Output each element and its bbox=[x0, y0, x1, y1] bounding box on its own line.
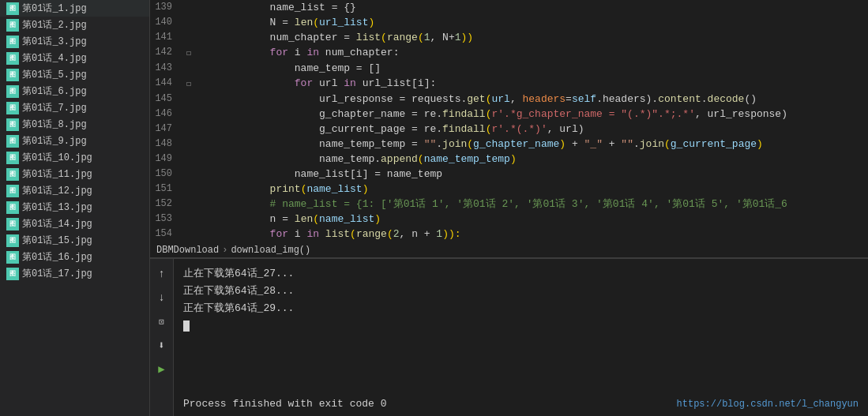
breadcrumb-method: download_img() bbox=[231, 245, 310, 256]
code-content: name_temp.append(name_temp_temp) bbox=[196, 152, 868, 167]
terminal-left-bar: ↑ ↓ ⊡ ⬇ ▶ bbox=[150, 259, 174, 416]
terminal-icon-btn[interactable]: ⊡ bbox=[153, 313, 171, 330]
file-icon: 图 bbox=[6, 201, 19, 214]
file-name: 第01话_14.jpg bbox=[22, 217, 92, 230]
file-icon: 图 bbox=[6, 251, 19, 264]
file-name: 第01话_11.jpg bbox=[22, 167, 92, 181]
terminal-process-line: Process finished with exit code 0 bbox=[183, 398, 386, 410]
breadcrumb-sep: › bbox=[222, 245, 227, 256]
list-item: 正在下载第64话_29... bbox=[183, 300, 859, 317]
line-number: 143 bbox=[150, 61, 182, 76]
table-row: 153 n = len(name_list) bbox=[150, 212, 868, 227]
sidebar-file-item[interactable]: 图第01话_5.jpg bbox=[0, 66, 149, 83]
sidebar-file-item[interactable]: 图第01话_9.jpg bbox=[0, 133, 149, 149]
sidebar-file-item[interactable]: 图第01话_15.jpg bbox=[0, 232, 149, 249]
editor-area: 139 name_list = {} 140 N = len(url_list)… bbox=[150, 0, 868, 416]
sidebar-file-item[interactable]: 图第01话_6.jpg bbox=[0, 83, 149, 99]
file-icon: 图 bbox=[6, 2, 19, 15]
table-row: 151 print(name_list) bbox=[150, 182, 868, 197]
sidebar-file-item[interactable]: 图第01话_7.jpg bbox=[0, 99, 149, 116]
file-icon: 图 bbox=[6, 36, 19, 48]
sidebar-file-item[interactable]: 图第01话_16.jpg bbox=[0, 249, 149, 265]
sidebar-file-item[interactable]: 图第01话_11.jpg bbox=[0, 166, 149, 182]
file-icon: 图 bbox=[6, 85, 19, 98]
line-number: 151 bbox=[150, 182, 182, 197]
run-icon-btn[interactable]: ▶ bbox=[153, 360, 171, 377]
file-name: 第01话_7.jpg bbox=[22, 101, 87, 114]
arrow-up-button[interactable]: ↑ bbox=[153, 265, 171, 283]
terminal-cursor-line bbox=[183, 317, 859, 335]
table-row: 143 name_temp = [] bbox=[150, 61, 868, 76]
line-number: 146 bbox=[150, 107, 182, 122]
sidebar-file-item[interactable]: 图第01话_17.jpg bbox=[0, 265, 149, 282]
file-icon: 图 bbox=[6, 69, 19, 81]
file-icon: 图 bbox=[6, 102, 19, 114]
file-icon: 图 bbox=[6, 168, 19, 181]
sidebar-file-item[interactable]: 图第01话_3.jpg bbox=[0, 33, 149, 50]
file-name: 第01话_8.jpg bbox=[22, 118, 87, 131]
code-editor: 139 name_list = {} 140 N = len(url_list)… bbox=[150, 0, 868, 258]
sidebar-file-item[interactable]: 图第01话_10.jpg bbox=[0, 149, 149, 166]
code-content: for i in list(range(2, n + 1)): bbox=[196, 227, 868, 242]
line-number: 145 bbox=[150, 92, 182, 107]
table-row: 142 ◻ for i in num_chapter: bbox=[150, 45, 868, 61]
file-icon: 图 bbox=[6, 152, 19, 164]
table-row: 149 name_temp.append(name_temp_temp) bbox=[150, 152, 868, 167]
terminal-footer: Process finished with exit code 0 https:… bbox=[174, 395, 868, 416]
file-name: 第01话_2.jpg bbox=[22, 18, 87, 32]
file-name: 第01话_4.jpg bbox=[22, 51, 87, 65]
code-content: num_chapter = list(range(1, N+1)) bbox=[196, 30, 868, 45]
fold-gutter: ◻ bbox=[182, 76, 196, 92]
file-sidebar: 图第01话_1.jpg图第01话_2.jpg图第01话_3.jpg图第01话_4… bbox=[0, 0, 150, 416]
table-row: 139 name_list = {} bbox=[150, 0, 868, 15]
sidebar-file-item[interactable]: 图第01话_12.jpg bbox=[0, 182, 149, 199]
file-name: 第01话_1.jpg bbox=[22, 2, 87, 15]
terminal-cursor bbox=[183, 320, 190, 332]
table-row: 144 ◻ for url in url_list[i]: bbox=[150, 76, 868, 92]
line-number: 152 bbox=[150, 197, 182, 212]
terminal-content: 止在下载第64话_27...正在下载第64话_28...正在下载第64话_29.… bbox=[174, 259, 868, 395]
sidebar-file-item[interactable]: 图第01话_14.jpg bbox=[0, 215, 149, 232]
table-row: 146 g_chapter_name = re.findall(r'.*g_ch… bbox=[150, 107, 868, 122]
terminal-panel: ↑ ↓ ⊡ ⬇ ▶ 止在下载第64话_27...正在下载第64话_28...正在… bbox=[150, 258, 868, 416]
list-item: 正在下载第64话_28... bbox=[183, 283, 859, 300]
file-name: 第01话_16.jpg bbox=[22, 250, 92, 264]
code-content: name_temp = [] bbox=[196, 61, 868, 76]
table-row: 148 name_temp_temp = "".join(g_chapter_n… bbox=[150, 137, 868, 152]
code-content: name_list = {} bbox=[196, 0, 868, 15]
code-lines-container: 139 name_list = {} 140 N = len(url_list)… bbox=[150, 0, 868, 243]
sidebar-file-item[interactable]: 图第01话_1.jpg bbox=[0, 0, 149, 17]
sidebar-file-item[interactable]: 图第01话_8.jpg bbox=[0, 116, 149, 133]
file-icon: 图 bbox=[6, 234, 19, 247]
code-content: g_chapter_name = re.findall(r'.*g_chapte… bbox=[196, 107, 868, 122]
breadcrumb-class: DBMDownload bbox=[156, 245, 219, 256]
line-number: 139 bbox=[150, 0, 182, 15]
arrow-down-button[interactable]: ↓ bbox=[153, 289, 171, 306]
table-row: 140 N = len(url_list) bbox=[150, 15, 868, 30]
file-name: 第01话_10.jpg bbox=[22, 151, 92, 164]
terminal-link[interactable]: https://blog.csdn.net/l_changyun bbox=[677, 399, 859, 410]
download-icon-btn[interactable]: ⬇ bbox=[153, 336, 171, 354]
fold-gutter: ◻ bbox=[182, 45, 196, 61]
file-icon: 图 bbox=[6, 118, 19, 131]
file-icon: 图 bbox=[6, 185, 19, 197]
file-icon: 图 bbox=[6, 268, 19, 280]
line-number: 142 bbox=[150, 45, 182, 60]
code-content: name_temp_temp = "".join(g_chapter_name)… bbox=[196, 137, 868, 152]
table-row: 141 num_chapter = list(range(1, N+1)) bbox=[150, 30, 868, 45]
file-name: 第01话_6.jpg bbox=[22, 84, 87, 98]
terminal-right-panel: 止在下载第64话_27...正在下载第64话_28...正在下载第64话_29.… bbox=[174, 259, 868, 416]
line-number: 149 bbox=[150, 152, 182, 167]
file-name: 第01话_12.jpg bbox=[22, 184, 92, 197]
file-name: 第01话_3.jpg bbox=[22, 35, 87, 48]
list-item: 止在下载第64话_27... bbox=[183, 265, 859, 283]
file-icon: 图 bbox=[6, 19, 19, 32]
table-row: 147 g_current_page = re.findall(r'.*(.*)… bbox=[150, 122, 868, 137]
table-row: 152 # name_list = {1: ['第01话 1', '第01话 2… bbox=[150, 197, 868, 212]
file-name: 第01话_5.jpg bbox=[22, 68, 87, 81]
code-content: n = len(name_list) bbox=[196, 212, 868, 227]
sidebar-file-item[interactable]: 图第01话_2.jpg bbox=[0, 17, 149, 33]
file-icon: 图 bbox=[6, 135, 19, 148]
sidebar-file-item[interactable]: 图第01话_4.jpg bbox=[0, 50, 149, 66]
sidebar-file-item[interactable]: 图第01话_13.jpg bbox=[0, 199, 149, 215]
